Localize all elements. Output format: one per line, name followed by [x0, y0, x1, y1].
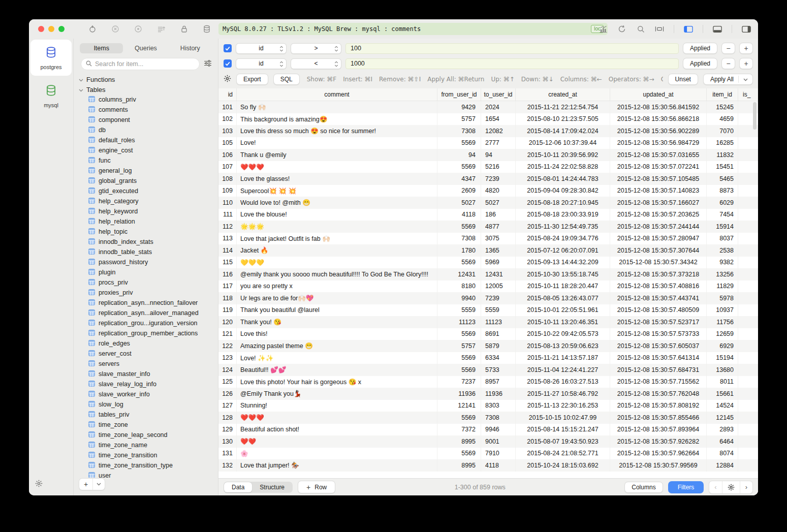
sidebar-table-slave_relay_log_info[interactable]: slave_relay_log_info [79, 379, 218, 389]
table-row[interactable]: 109Supercool💥 💥 💥260948202015-09-04 09:2… [218, 185, 758, 197]
sidebar-table-procs_priv[interactable]: procs_priv [79, 277, 218, 288]
apply-all-button[interactable]: Apply All [703, 74, 753, 85]
sidebar-table-replication_group_member_actions[interactable]: replication_group_member_actions [79, 328, 218, 338]
column-header-from_user_id[interactable]: from_user_id [437, 88, 481, 101]
filter-checkbox[interactable] [224, 44, 232, 52]
sidebar-table-time_zone_transition[interactable]: time_zone_transition [79, 450, 218, 460]
sidebar-table-proxies_priv[interactable]: proxies_priv [79, 288, 218, 298]
data-tab[interactable]: Data [224, 482, 252, 492]
sidebar-table-default_roles[interactable]: default_roles [79, 135, 218, 145]
table-row[interactable]: 124Beautiful!! 💕💕556957332015-11-04 12:2… [218, 364, 758, 376]
table-row[interactable]: 125Love this photo! Your hair is gorgeou… [218, 376, 758, 388]
sidebar-table-innodb_index_stats[interactable]: innodb_index_stats [79, 237, 218, 247]
sidebar-table-func[interactable]: func [79, 155, 218, 166]
filter-sliders-icon[interactable] [204, 59, 212, 69]
filter-remove-button[interactable]: − [721, 58, 735, 69]
table-row[interactable]: 108Love the glasses!434772392015-08-01 1… [218, 173, 758, 185]
column-header-item_id[interactable]: item_id [707, 88, 738, 101]
filter-column-select[interactable]: id [236, 58, 287, 69]
sidebar-table-innodb_table_stats[interactable]: innodb_table_stats [79, 247, 218, 257]
sidebar-table-help_topic[interactable]: help_topic [79, 227, 218, 237]
sidebar-table-servers[interactable]: servers [79, 359, 218, 369]
filter-value-input[interactable]: 1000 [345, 58, 679, 69]
previous-page-button[interactable]: ‹ [709, 481, 722, 493]
add-row-button[interactable]: + Row [298, 481, 335, 493]
sidebar-table-help_relation[interactable]: help_relation [79, 216, 218, 227]
add-item-button[interactable]: + [79, 478, 105, 490]
database-icon[interactable] [202, 24, 211, 34]
export-button[interactable]: Export [236, 74, 268, 85]
close-window-button[interactable] [38, 26, 44, 32]
sql-button[interactable]: SQL [273, 74, 300, 85]
minimize-window-button[interactable] [48, 26, 54, 32]
sidebar-table-tables_priv[interactable]: tables_priv [79, 410, 218, 420]
column-header-comment[interactable]: comment [237, 88, 437, 101]
table-row[interactable]: 101So fly 🙌🏻942920242015-11-21 22:12:54.… [218, 101, 758, 113]
zoom-window-button[interactable] [58, 26, 65, 32]
table-row[interactable]: 116@emily thank you soooo much beautiful… [218, 268, 758, 280]
disconnect-icon[interactable] [111, 24, 120, 34]
toggle-bottom-panel-icon[interactable] [713, 24, 722, 34]
sidebar-table-global_grants[interactable]: global_grants [79, 176, 218, 186]
backup-icon[interactable] [156, 24, 166, 34]
filter-value-input[interactable]: 100 [345, 43, 679, 54]
filter-operator-select[interactable]: < [291, 58, 341, 69]
tab-items[interactable]: Items [80, 43, 123, 53]
column-header-is_[interactable]: is_ [738, 88, 758, 101]
filter-remove-button[interactable]: − [721, 43, 735, 54]
table-row[interactable]: 107❤️❤️❤️556952162015-11-24 22:02:58.828… [218, 161, 758, 173]
sidebar-table-columns_priv[interactable]: columns_priv [79, 95, 218, 105]
vertical-scrollbar[interactable] [753, 102, 757, 130]
sidebar-table-comments[interactable]: comments [79, 105, 218, 115]
table-row[interactable]: 120Thank you! 😘11123111232015-10-11 13:2… [218, 316, 758, 328]
chart-icon[interactable] [599, 24, 608, 34]
sidebar-table-general_log[interactable]: general_log [79, 166, 218, 176]
filter-applied-button[interactable]: Applied [683, 58, 717, 69]
sidebar-table-slave_worker_info[interactable]: slave_worker_info [79, 389, 218, 399]
text-width-icon[interactable] [655, 24, 664, 34]
refresh-icon[interactable] [617, 24, 626, 34]
toggle-left-panel-icon[interactable] [684, 24, 693, 34]
table-row[interactable]: 130❤️❤️899590012015-08-07 19:43:50.92320… [218, 435, 758, 448]
table-row[interactable]: 123Love! ✨✨556963342015-11-21 14:13:57.1… [218, 352, 758, 364]
chevron-down-icon[interactable] [93, 479, 105, 490]
table-row[interactable]: 132Love that jumper! 🏇899541182015-10-24… [218, 459, 758, 472]
table-row[interactable]: 115💛💛💛556959692015-09-13 14:44:32.209201… [218, 257, 758, 269]
table-row[interactable]: 111Love the blouse!41181862015-08-18 23:… [218, 209, 758, 221]
table-row[interactable]: 122Amazing pastel theme 😁575758792015-08… [218, 340, 758, 352]
settings-gear-icon[interactable] [35, 480, 43, 489]
toggle-right-panel-icon[interactable] [742, 24, 751, 34]
table-row[interactable]: 118Ur legs are to die for🙌🏻💖994072392015… [218, 292, 758, 304]
unset-button[interactable]: Unset [668, 74, 698, 85]
sidebar-table-engine_cost[interactable]: engine_cost [79, 145, 218, 155]
sidebar-table-replication_asyn...nnection_failover[interactable]: replication_asyn...nnection_failover [79, 298, 218, 308]
table-row[interactable]: 103Love this dress so much 😍 so nice for… [218, 125, 758, 137]
table-row[interactable]: 102This background is amazing😍5757165420… [218, 113, 758, 126]
sidebar-table-plugin[interactable]: plugin [79, 267, 218, 277]
table-row[interactable]: 129Beautiful action shot!737299462015-08… [218, 424, 758, 436]
column-header-id[interactable]: id [218, 88, 237, 101]
column-header-created_at[interactable]: created_at [516, 88, 610, 101]
table-row[interactable]: 128❤️❤️❤️556973082015-10-15 10:02:47.992… [218, 412, 758, 424]
table-row[interactable]: 106Thank u @emily94942015-10-11 20:39:56… [218, 149, 758, 161]
table-settings-gear-icon[interactable] [722, 481, 740, 493]
column-header-to_user_id[interactable]: to_user_id [481, 88, 516, 101]
table-row[interactable]: 119Thank you beautiful @laurel5559555920… [218, 304, 758, 317]
watch-icon[interactable] [134, 24, 143, 34]
sidebar-table-user[interactable]: user [79, 471, 218, 478]
sidebar-table-server_cost[interactable]: server_cost [79, 349, 218, 359]
table-row[interactable]: 127Stunning!1214183032015-11-13 22:30:16… [218, 400, 758, 412]
filter-checkbox[interactable] [224, 59, 232, 68]
sidebar-table-time_zone_transition_type[interactable]: time_zone_transition_type [79, 460, 218, 471]
sidebar-table-component[interactable]: component [79, 115, 218, 125]
table-row[interactable]: 110Would love to! @mith 😁502750272015-08… [218, 197, 758, 209]
table-row[interactable]: 131🌸556979102015-08-24 21:08:52.7712015-… [218, 448, 758, 460]
table-row[interactable]: 113Love that jacket! Outfit is fab 🙌🏻730… [218, 233, 758, 245]
sidebar-table-role_edges[interactable]: role_edges [79, 338, 218, 349]
tree-group-tables[interactable]: Tables [79, 84, 218, 95]
connection-mysql[interactable]: mysql [29, 78, 73, 114]
table-row[interactable]: 126@Emily Thank you💃🏿11936119362015-11-2… [218, 388, 758, 400]
plus-icon[interactable]: + [79, 479, 93, 490]
table-row[interactable]: 117you are so pretty x8180120052015-10-1… [218, 280, 758, 293]
sidebar-table-password_history[interactable]: password_history [79, 257, 218, 267]
